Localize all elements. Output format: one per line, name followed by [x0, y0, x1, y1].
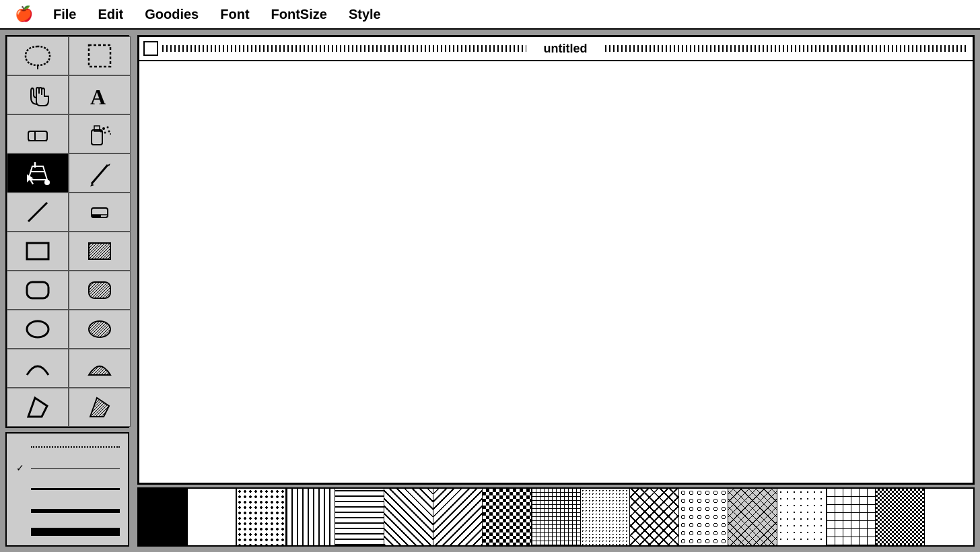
right-panel: untitled: [135, 30, 980, 552]
arc-outline-tool[interactable]: [7, 349, 69, 388]
canvas-scroll-right: [605, 45, 969, 52]
svg-rect-1: [89, 45, 110, 67]
pattern-cross-hatch[interactable]: [532, 489, 581, 545]
style-menu[interactable]: Style: [338, 4, 392, 25]
svg-rect-21: [89, 243, 110, 259]
svg-point-24: [27, 321, 48, 337]
line-dotted-check: [15, 442, 26, 452]
canvas-close-box[interactable]: [143, 41, 158, 56]
toolbox: A: [5, 35, 129, 428]
edit-menu[interactable]: Edit: [87, 4, 134, 25]
line-tool[interactable]: [7, 193, 69, 232]
pattern-dots-large[interactable]: [237, 489, 286, 545]
line-thicker-check: [15, 526, 26, 537]
apple-menu[interactable]: 🍎: [5, 3, 42, 26]
eraser2-tool[interactable]: [69, 193, 131, 232]
pattern-weave[interactable]: [728, 489, 777, 545]
round-rect-outline-tool[interactable]: [7, 271, 69, 310]
line-thin-preview: [31, 463, 120, 473]
line-dotted-preview: [31, 442, 120, 452]
line-thin-check: ✓: [15, 462, 26, 473]
round-rect-fill-tool[interactable]: [69, 271, 131, 310]
line-thick-preview: [31, 506, 120, 516]
line-styles-panel: ✓: [5, 432, 129, 547]
line-thick-check: [15, 506, 26, 516]
polygon-outline-tool[interactable]: [7, 388, 69, 427]
left-panel: A: [0, 30, 135, 552]
canvas-title: untitled: [530, 42, 601, 56]
svg-rect-23: [89, 282, 110, 298]
fontsize-menu[interactable]: FontSize: [260, 4, 338, 25]
oval-fill-tool[interactable]: [69, 310, 131, 349]
eraser-tool[interactable]: [7, 114, 69, 153]
svg-rect-20: [27, 243, 48, 259]
svg-line-17: [28, 203, 47, 221]
svg-point-11: [110, 133, 111, 135]
pattern-solid-black[interactable]: [139, 489, 188, 545]
rect-outline-tool[interactable]: [7, 232, 69, 271]
line-medium-preview: [31, 485, 120, 494]
svg-point-8: [108, 131, 110, 133]
pattern-horizontal-lines[interactable]: [335, 489, 384, 545]
paint-bucket-tool[interactable]: [7, 153, 69, 193]
pattern-dots-small[interactable]: [581, 489, 630, 545]
svg-rect-3: [28, 131, 47, 141]
lasso-tool[interactable]: [7, 36, 69, 75]
pattern-checker[interactable]: [483, 489, 532, 545]
line-style-thick[interactable]: [15, 506, 120, 516]
oval-outline-tool[interactable]: [7, 310, 69, 349]
selection-tool[interactable]: [69, 36, 131, 75]
hand-tool[interactable]: [7, 75, 69, 114]
pattern-white[interactable]: [188, 489, 237, 545]
menu-bar: 🍎 File Edit Goodies Font FontSize Style: [0, 0, 980, 30]
pattern-diagonal-right[interactable]: [384, 489, 433, 545]
svg-point-15: [44, 180, 50, 185]
spray-tool[interactable]: [69, 114, 131, 153]
main-layout: A: [0, 30, 980, 552]
line-style-dotted[interactable]: [15, 442, 120, 452]
canvas-window: untitled: [137, 35, 975, 485]
pattern-vertical-lines[interactable]: [286, 489, 335, 545]
rect-fill-tool[interactable]: [69, 232, 131, 271]
svg-point-25: [89, 321, 110, 337]
patterns-bar: [137, 487, 975, 547]
font-menu[interactable]: Font: [209, 4, 260, 25]
polygon-fill-tool[interactable]: [69, 388, 131, 427]
pattern-fine-checker[interactable]: [876, 489, 925, 545]
canvas-scroll-left: [162, 45, 526, 52]
svg-point-7: [107, 127, 109, 129]
pattern-circles[interactable]: [679, 489, 728, 545]
svg-point-6: [102, 127, 105, 130]
canvas-content[interactable]: [139, 61, 973, 483]
text-tool[interactable]: A: [69, 75, 131, 114]
pattern-diagonal-left[interactable]: [433, 489, 483, 545]
canvas-titlebar: untitled: [139, 37, 973, 61]
pattern-diamonds[interactable]: [630, 489, 679, 545]
svg-point-9: [104, 132, 106, 134]
svg-text:A: A: [90, 85, 106, 109]
arc-fill-tool[interactable]: [69, 349, 131, 388]
line-medium-check: [15, 484, 26, 495]
svg-rect-22: [27, 282, 48, 298]
line-style-thicker[interactable]: [15, 526, 120, 537]
pattern-grid[interactable]: [827, 489, 876, 545]
line-style-thin[interactable]: ✓: [15, 462, 120, 473]
goodies-menu[interactable]: Goodies: [134, 4, 209, 25]
svg-rect-19: [92, 215, 101, 217]
pattern-sparse-dots[interactable]: [777, 489, 827, 545]
pencil-tool[interactable]: [69, 153, 131, 193]
line-thicker-preview: [31, 527, 120, 537]
svg-line-16: [92, 165, 108, 184]
line-style-medium[interactable]: [15, 484, 120, 495]
file-menu[interactable]: File: [42, 4, 87, 25]
